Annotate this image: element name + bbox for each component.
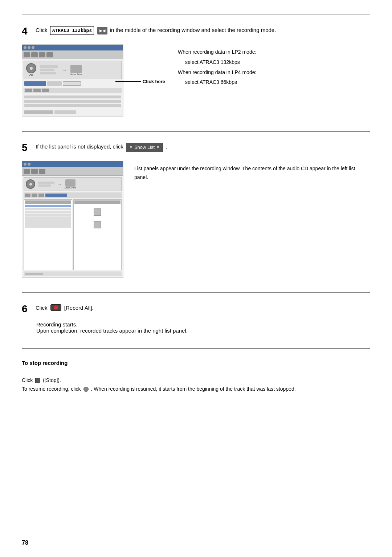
ss-ctrl2 [33, 89, 41, 92]
resume-suffix: . When recording is resumed, it starts f… [91, 386, 295, 392]
ss5-lr5 [25, 216, 71, 219]
stop-line2: To resume recording, click . When record… [22, 385, 370, 394]
show-list-arrow-right: ▼ [156, 145, 160, 150]
section-stop: To stop recording Click ([Stop]). To res… [22, 348, 370, 401]
ss5-lr3 [25, 211, 71, 213]
step6-text: Click [Record All]. [36, 304, 370, 312]
step5-body: → Music Drive [22, 161, 370, 278]
step4-middle-text: in the middle of the recording window an… [110, 27, 276, 33]
ss-title-btn1 [24, 46, 26, 49]
ss5-left-header [25, 200, 71, 204]
ss-title-btn2 [28, 46, 30, 49]
stop-info: Click ([Stop]). To resume recording, cli… [22, 376, 370, 394]
stop-heading: To stop recording [22, 360, 370, 366]
note-lp4: When recording data in LP4 mode: [178, 68, 370, 77]
ss5-content: → Music Drive [22, 176, 123, 277]
ss5-right-header [74, 200, 121, 204]
ss5-tbar3 [39, 169, 45, 174]
ss-ctrl1 [25, 89, 32, 92]
ss5-lr7 [25, 222, 71, 225]
ss-title-btn3 [32, 46, 34, 49]
ss5-toolbar [22, 167, 123, 176]
step6-click: Click [36, 305, 48, 311]
step4-header: 4 Click ATRAC3 132kbps ▶◀ in the middle … [22, 26, 370, 36]
ss5-tbar2 [31, 169, 38, 174]
ss-tb-btn3 [39, 52, 45, 57]
step5-note: List panels appear under the recording w… [134, 164, 370, 182]
step6-number: 6 [22, 304, 32, 314]
step4-click-word: Click [36, 27, 48, 33]
section-step6: 6 Click [Record All]. Recording starts. … [22, 292, 370, 341]
ss-row1 [24, 95, 121, 98]
page-number: 78 [22, 540, 28, 546]
section-step5: 5 If the list panel is not displayed, cl… [22, 131, 370, 285]
ss-tb-btn1 [24, 52, 30, 57]
step5-screenshot-wrapper: → Music Drive [22, 161, 123, 278]
upon-completion: Upon completion, recorded tracks appear … [36, 328, 370, 334]
ss5-lr2 [25, 208, 71, 210]
record-all-button[interactable] [50, 304, 61, 311]
stop-line1: Click ([Stop]). [22, 376, 370, 385]
stop-click-word: Click [22, 377, 33, 383]
record-circle-icon [54, 305, 58, 310]
resume-button-icon[interactable] [83, 387, 89, 392]
recording-starts: Recording starts. [36, 321, 370, 328]
ss5-lr6 [25, 219, 71, 222]
step5-notes: List panels appear under the recording w… [134, 161, 370, 278]
show-list-arrow-left: ▼ [129, 145, 133, 150]
ss5-right-col [73, 199, 122, 270]
step4-notes: When recording data in LP2 mode: select … [178, 44, 370, 117]
atrac-badge: ATRAC3 132kbps [50, 26, 94, 35]
ss5-lr1 [25, 205, 71, 207]
stop-label: ([Stop]). [43, 377, 61, 383]
ss5-tbar1 [24, 169, 30, 174]
stop-button-icon[interactable] [35, 378, 40, 383]
step4-number: 4 [22, 26, 32, 36]
step4-screenshot-wrapper: CD → Music Drive [22, 44, 123, 117]
step5-screenshot: → Music Drive [22, 161, 123, 278]
step4-text: Click ATRAC3 132kbps ▶◀ in the middle of… [36, 26, 370, 35]
note-lp2-select: select ATRAC3 132kbps [178, 58, 370, 67]
click-here-label: Click here [143, 79, 165, 84]
step5-dot: . [166, 143, 167, 150]
step5-header: 5 If the list panel is not displayed, cl… [22, 143, 370, 153]
ss-content: CD → Music Drive [22, 59, 123, 116]
section-step4: 4 Click ATRAC3 132kbps ▶◀ in the middle … [22, 15, 370, 124]
show-list-label: Show List [134, 144, 155, 151]
step5-number: 5 [22, 143, 32, 153]
ss5-left-col [24, 199, 72, 270]
step6-header: 6 Click [Record All]. [22, 304, 370, 314]
step5-text: If the list panel is not displayed, clic… [36, 143, 370, 152]
step6-notes: Recording starts. Upon completion, recor… [36, 321, 370, 334]
step4-screenshot: CD → Music Drive [22, 44, 123, 117]
ss-controls [24, 88, 122, 93]
ss5-lr8 [25, 225, 71, 228]
record-all-label: [Record All]. [64, 305, 94, 311]
step5-before: If the list panel is not displayed, clic… [36, 143, 123, 150]
ss-row3 [24, 104, 121, 107]
note-lp2: When recording data in LP2 mode: [178, 48, 370, 57]
ss-tb-btn4 [46, 52, 53, 57]
ss5-tb2 [28, 163, 30, 166]
ss-toolbar [22, 50, 123, 59]
ss5-lr4 [25, 214, 71, 216]
show-list-button[interactable]: ▼ Show List ▼ [126, 143, 163, 152]
note-lp4-select: select ATRAC3 66kbps [178, 78, 370, 87]
ss-titlebar [22, 45, 123, 50]
ss-tb-btn2 [31, 52, 38, 57]
arrow-icon: ▶◀ [97, 27, 107, 34]
ss-ctrl3 [42, 89, 49, 92]
ss5-list [24, 199, 122, 270]
ss5-titlebar [22, 161, 123, 167]
resume-text: To resume recording, click [22, 386, 81, 392]
ss-row2 [24, 100, 121, 103]
step4-body: CD → Music Drive [22, 44, 370, 117]
ss5-tb1 [24, 163, 26, 166]
